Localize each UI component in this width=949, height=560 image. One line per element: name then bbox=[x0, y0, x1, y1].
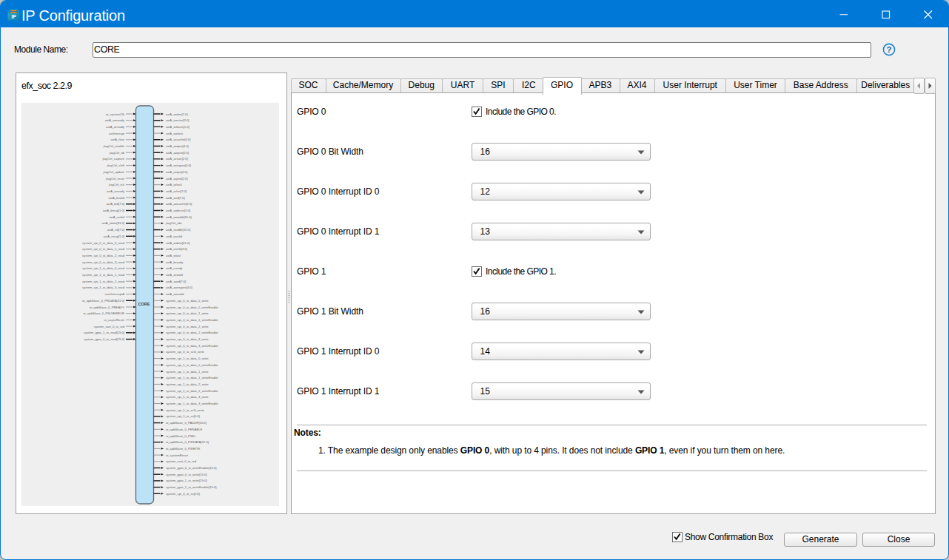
svg-text:axiA_awregion[4:0]: axiA_awregion[4:0] bbox=[166, 286, 192, 289]
svg-text:axiA_wlast: axiA_wlast bbox=[166, 254, 181, 257]
svg-text:system_spi_1_io_data_0_writeEn: system_spi_1_io_data_0_writeEnable bbox=[166, 363, 218, 367]
svg-text:axiA_rvalid: axiA_rvalid bbox=[110, 215, 125, 219]
svg-text:axiA_awsize[2:0]: axiA_awsize[2:0] bbox=[166, 118, 189, 122]
svg-text:jtagCtrl_enable: jtagCtrl_enable bbox=[103, 144, 125, 148]
svg-text:jtagCtrl_shift: jtagCtrl_shift bbox=[107, 163, 125, 167]
svg-text:axiA_araddr[31:0]: axiA_araddr[31:0] bbox=[166, 228, 190, 232]
svg-text:axiA_arvalid: axiA_arvalid bbox=[166, 273, 183, 277]
svg-text:jtagCtrl_tck: jtagCtrl_tck bbox=[108, 183, 125, 186]
svg-text:system_spi_1_io_data_3_write: system_spi_1_io_data_3_write bbox=[166, 395, 209, 399]
svg-text:axiA_awprot[2:0]: axiA_awprot[2:0] bbox=[166, 151, 189, 155]
svg-text:system_spi_0_io_data_2_writeEn: system_spi_0_io_data_2_writeEnable bbox=[166, 331, 218, 334]
svg-text:axiA_bid[7:0]: axiA_bid[7:0] bbox=[107, 202, 124, 206]
svg-text:axiA_awcache[4:0]: axiA_awcache[4:0] bbox=[166, 202, 192, 206]
svg-text:system_gpio_0_io_write[15:0]: system_gpio_0_io_write[15:0] bbox=[166, 473, 207, 476]
svg-text:system_spi_1_io_ss[0:0]: system_spi_1_io_ss[0:0] bbox=[166, 414, 200, 418]
svg-text:system_spi_0_io_data_3_write: system_spi_0_io_data_3_write bbox=[166, 337, 209, 341]
svg-text:system_gpio_1_io_writeEnable[1: system_gpio_1_io_writeEnable[15:0] bbox=[166, 485, 216, 489]
svg-text:axiA_rready: axiA_rready bbox=[166, 266, 183, 270]
svg-text:system_spi_1_io_data_0_read: system_spi_1_io_data_0_read bbox=[82, 266, 125, 270]
svg-text:axiA_arid[7:0]: axiA_arid[7:0] bbox=[166, 196, 185, 200]
svg-text:axiA_bready: axiA_bready bbox=[166, 260, 184, 264]
svg-text:axiA_awvalid: axiA_awvalid bbox=[166, 292, 184, 296]
svg-text:io_apbSlave_0_PREADY: io_apbSlave_0_PREADY bbox=[90, 306, 124, 309]
svg-text:axiA_arready: axiA_arready bbox=[106, 125, 125, 129]
svg-text:system_spi_1_io_data_1_writeEn: system_spi_1_io_data_1_writeEnable bbox=[166, 376, 218, 379]
svg-text:system_spi_0_io_data_1_read: system_spi_0_io_data_1_read bbox=[82, 247, 125, 251]
svg-text:io_asyncReset: io_asyncReset bbox=[104, 318, 125, 322]
svg-text:io_systemReset: io_systemReset bbox=[166, 453, 189, 457]
svg-text:io_apbSlave_0_PSEL: io_apbSlave_0_PSEL bbox=[166, 434, 196, 438]
svg-text:axiA_arcache[4:0]: axiA_arcache[4:0] bbox=[166, 138, 191, 141]
svg-text:system_uart_0_io_rxd: system_uart_0_io_rxd bbox=[94, 325, 125, 328]
svg-text:system_spi_0_io_data_2_read: system_spi_0_io_data_2_read bbox=[82, 254, 125, 257]
svg-text:axiA_awburst[1:0]: axiA_awburst[1:0] bbox=[166, 209, 190, 212]
svg-text:axiA_awid[7:0]: axiA_awid[7:0] bbox=[166, 280, 186, 283]
svg-text:system_spi_1_io_data_1_write: system_spi_1_io_data_1_write bbox=[166, 370, 209, 374]
svg-text:axiA_arsize[2:0]: axiA_arsize[2:0] bbox=[166, 157, 188, 161]
svg-text:axiA_arregion[4:0]: axiA_arregion[4:0] bbox=[166, 163, 191, 167]
svg-text:axiInterrupt: axiInterrupt bbox=[109, 132, 125, 135]
svg-text:system_spi_0_io_sclk_write: system_spi_0_io_sclk_write bbox=[166, 350, 205, 354]
svg-text:system_spi_0_io_data_3_writeEn: system_spi_0_io_data_3_writeEnable bbox=[166, 344, 218, 348]
svg-text:axiA_awqos[4:0]: axiA_awqos[4:0] bbox=[166, 144, 189, 148]
svg-text:system_spi_1_io_data_0_write: system_spi_1_io_data_0_write bbox=[166, 357, 209, 360]
svg-text:axiA_bvalid: axiA_bvalid bbox=[109, 196, 125, 200]
svg-text:system_gpio_1_io_write[15:0]: system_gpio_1_io_write[15:0] bbox=[166, 479, 207, 482]
svg-text:system_spi_1_io_data_2_writeEn: system_spi_1_io_data_2_writeEnable bbox=[166, 389, 218, 393]
svg-text:axiA_awlen[7:0]: axiA_awlen[7:0] bbox=[166, 112, 188, 116]
svg-text:axiA_arlen[7:0]: axiA_arlen[7:0] bbox=[166, 189, 187, 193]
svg-text:jtagCtrl_tdi: jtagCtrl_tdi bbox=[109, 151, 124, 155]
svg-text:system_spi_1_io_data_2_write: system_spi_1_io_data_2_write bbox=[166, 382, 209, 386]
svg-text:jtagCtrl_capture: jtagCtrl_capture bbox=[101, 157, 124, 161]
svg-text:axiA_rid[7:0]: axiA_rid[7:0] bbox=[107, 228, 124, 232]
svg-text:system_uart_0_io_txd: system_uart_0_io_txd bbox=[166, 459, 197, 463]
svg-text:jtagCtrl_reset: jtagCtrl_reset bbox=[105, 177, 125, 181]
svg-text:userInterruptA: userInterruptA bbox=[104, 292, 124, 296]
svg-text:?: ? bbox=[886, 45, 891, 54]
svg-text:system_spi_0_io_data_0_write: system_spi_0_io_data_0_write bbox=[166, 299, 209, 303]
svg-text:axiA_arburst[1:0]: axiA_arburst[1:0] bbox=[166, 125, 190, 129]
svg-text:system_spi_0_io_data_1_write: system_spi_0_io_data_1_write bbox=[166, 311, 209, 315]
svg-text:axiA_bresp[1:0]: axiA_bresp[1:0] bbox=[103, 209, 124, 212]
svg-text:axiA_arqos[4:0]: axiA_arqos[4:0] bbox=[166, 170, 187, 174]
svg-text:jtagCtrl_update: jtagCtrl_update bbox=[103, 170, 125, 174]
svg-text:jtagCtrl_tdo: jtagCtrl_tdo bbox=[165, 221, 182, 225]
svg-text:system_gpio_1_io_read[15:0]: system_gpio_1_io_read[15:0] bbox=[84, 331, 124, 334]
svg-text:system_spi_1_io_sclk_write: system_spi_1_io_sclk_write bbox=[166, 408, 205, 412]
svg-text:system_spi_1_io_data_2_read: system_spi_1_io_data_2_read bbox=[82, 280, 125, 283]
svg-text:system_spi_0_io_data_3_read: system_spi_0_io_data_3_read bbox=[82, 260, 125, 264]
svg-text:axiA_wvalid: axiA_wvalid bbox=[166, 235, 183, 238]
svg-text:system_spi_1_io_data_1_read: system_spi_1_io_data_1_read bbox=[82, 273, 125, 277]
svg-text:system_gpio_0_io_read[15:0]: system_gpio_0_io_read[15:0] bbox=[84, 337, 124, 341]
svg-text:io_apbSlave_0_PWDATA[31:0]: io_apbSlave_0_PWDATA[31:0] bbox=[166, 440, 209, 444]
svg-text:axiA_awlock: axiA_awlock bbox=[166, 132, 184, 135]
svg-text:CORE: CORE bbox=[138, 302, 150, 306]
svg-text:system_spi_0_io_ss[0:0]: system_spi_0_io_ss[0:0] bbox=[166, 492, 200, 496]
svg-text:system_spi_1_io_data_3_writeEn: system_spi_1_io_data_3_writeEnable bbox=[166, 402, 218, 405]
svg-text:axiA_rlast: axiA_rlast bbox=[111, 138, 125, 141]
svg-text:axiA_wready: axiA_wready bbox=[107, 189, 125, 193]
svg-text:axiA_arprot[2:0]: axiA_arprot[2:0] bbox=[166, 177, 188, 181]
svg-text:axiA_arlock: axiA_arlock bbox=[166, 183, 183, 186]
svg-text:system_spi_0_io_data_0_writeEn: system_spi_0_io_data_0_writeEnable bbox=[166, 306, 218, 309]
svg-text:axiA_rresp[1:0]: axiA_rresp[1:0] bbox=[104, 235, 124, 238]
svg-text:io_apbSlave_0_PADDR[15:0]: io_apbSlave_0_PADDR[15:0] bbox=[166, 421, 207, 425]
svg-text:system_gpio_0_io_writeEnable[1: system_gpio_0_io_writeEnable[15:0] bbox=[166, 466, 216, 470]
svg-text:axiA_wdata[31:0]: axiA_wdata[31:0] bbox=[166, 241, 190, 245]
svg-text:io_systemClk: io_systemClk bbox=[106, 112, 125, 116]
svg-text:system_spi_1_io_data_3_read: system_spi_1_io_data_3_read bbox=[82, 286, 125, 289]
svg-text:io_apbSlave_0_PSLVERROR: io_apbSlave_0_PSLVERROR bbox=[83, 311, 124, 315]
svg-text:axiA_rdata[31:0]: axiA_rdata[31:0] bbox=[102, 221, 125, 225]
svg-text:io_apbSlave_0_PWRITE: io_apbSlave_0_PWRITE bbox=[166, 447, 201, 451]
svg-text:axiA_wstrb[3:0]: axiA_wstrb[3:0] bbox=[166, 247, 187, 251]
svg-text:IP: IP bbox=[11, 14, 16, 19]
svg-text:axiA_awaddr[31:0]: axiA_awaddr[31:0] bbox=[166, 215, 192, 219]
svg-text:io_apbSlave_0_PRDATA[31:0]: io_apbSlave_0_PRDATA[31:0] bbox=[82, 299, 124, 303]
svg-text:system_spi_0_io_data_2_write: system_spi_0_io_data_2_write bbox=[166, 325, 209, 328]
svg-text:io_apbSlave_0_PENABLE: io_apbSlave_0_PENABLE bbox=[166, 428, 203, 431]
svg-text:system_spi_0_io_data_0_read: system_spi_0_io_data_0_read bbox=[82, 241, 125, 245]
svg-text:axiA_awready: axiA_awready bbox=[105, 118, 125, 122]
svg-text:system_spi_0_io_data_1_writeEn: system_spi_0_io_data_1_writeEnable bbox=[166, 318, 218, 322]
